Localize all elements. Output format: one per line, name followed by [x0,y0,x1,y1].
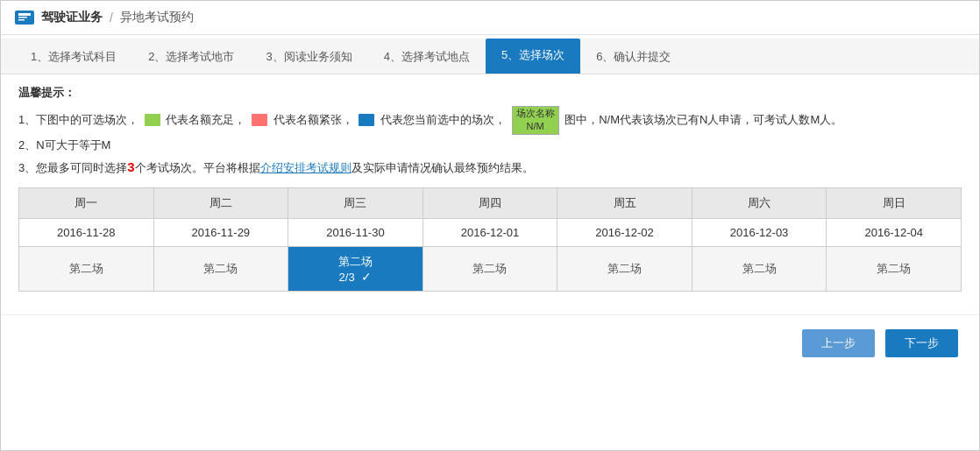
footer: 上一步 下一步 [1,314,979,371]
date-tue: 2016-11-29 [153,219,288,247]
svg-rect-1 [18,13,31,16]
header-separator: / [110,11,113,25]
session-wed[interactable]: 第二场 2/3 ✓ [288,247,423,292]
warning-line1: 1、下图中的可选场次， 代表名额充足， 代表名额紧张， 代表您当前选中的场次， … [18,106,962,135]
step-5[interactable]: 5、选择场次 [486,39,580,74]
step-2[interactable]: 2、选择考试地市 [132,39,250,74]
step-6[interactable]: 6、确认并提交 [580,39,686,74]
warning-title: 温馨提示： [18,85,962,101]
rules-link[interactable]: 介绍安排考试规则 [260,161,352,174]
date-sun: 2016-12-04 [827,219,962,247]
session-thu[interactable]: 第二场 [423,247,557,292]
col-header-thu: 周四 [423,188,557,219]
svg-rect-3 [18,19,25,21]
warning-line3: 3、您最多可同时选择3个考试场次。平台将根据介绍安排考试规则及实际申请情况确认最… [18,155,962,179]
session-sun[interactable]: 第二场 [827,247,962,292]
step-3[interactable]: 3、阅读业务须知 [250,39,367,74]
next-button[interactable]: 下一步 [885,329,958,357]
legend-green-box [145,114,160,126]
step-1[interactable]: 1、选择考试科目 [15,39,132,74]
date-sat: 2016-12-03 [692,219,827,247]
col-header-tue: 周二 [153,188,288,219]
warning-line2: 2、N可大于等于M [18,135,962,155]
header-icon [15,11,34,25]
col-header-sun: 周日 [827,188,962,219]
warning-list: 1、下图中的可选场次， 代表名额充足， 代表名额紧张， 代表您当前选中的场次， … [18,106,962,179]
legend-blue-box [359,114,374,126]
col-header-sat: 周六 [692,188,827,219]
header: 驾驶证业务 / 异地考试预约 [1,1,979,35]
session-sat[interactable]: 第二场 [692,247,827,292]
header-title: 驾驶证业务 [41,10,103,25]
check-icon: ✓ [361,270,372,284]
session-fri[interactable]: 第二场 [557,247,692,292]
date-wed: 2016-11-30 [288,219,423,247]
prev-button[interactable]: 上一步 [802,329,875,357]
legend-nm-label: 场次名称N/M [512,106,559,135]
step-4[interactable]: 4、选择考试地点 [368,39,486,74]
legend-pink-box [252,114,267,126]
header-subtitle: 异地考试预约 [120,10,194,25]
date-fri: 2016-12-02 [557,219,692,247]
session-tue[interactable]: 第二场 [153,247,288,292]
date-thu: 2016-12-01 [423,219,557,247]
session-row: 第二场 第二场 第二场 2/3 ✓ 第二场 第二场 [19,247,962,292]
steps-bar: 1、选择考试科目 2、选择考试地市 3、阅读业务须知 4、选择考试地点 5、选择… [1,39,979,74]
max-sessions-num: 3 [127,159,134,174]
col-header-wed: 周三 [288,188,423,219]
col-header-fri: 周五 [557,188,692,219]
col-header-mon: 周一 [19,188,154,219]
schedule-table: 周一 周二 周三 周四 周五 周六 周日 2016-11-28 2016-11-… [18,187,962,292]
date-row: 2016-11-28 2016-11-29 2016-11-30 2016-12… [19,219,962,247]
session-mon[interactable]: 第二场 [19,247,154,292]
main-content: 温馨提示： 1、下图中的可选场次， 代表名额充足， 代表名额紧张， 代表您当前选… [1,74,979,300]
table-header-row: 周一 周二 周三 周四 周五 周六 周日 [19,188,962,219]
svg-rect-2 [18,17,27,18]
date-mon: 2016-11-28 [19,219,154,247]
